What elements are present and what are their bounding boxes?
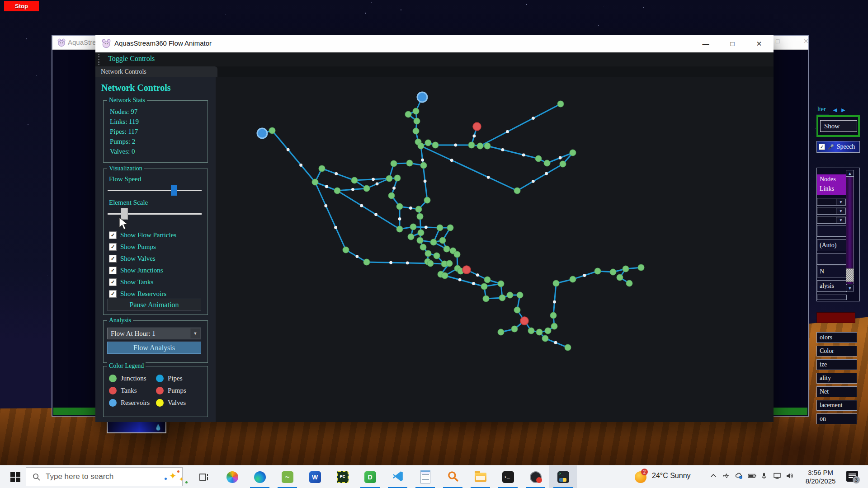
junction-node[interactable] (405, 111, 411, 117)
bg-mid-button-1[interactable]: (Auto) (817, 239, 847, 251)
checkbox-row-show-flow-particles[interactable]: ✓Show Flow Particles (109, 231, 176, 239)
junction-node[interactable] (406, 160, 413, 166)
slider-track[interactable] (108, 190, 202, 191)
pause-animation-button[interactable]: Pause Animation (107, 299, 201, 311)
checkbox-checked-icon[interactable]: ✓ (109, 255, 117, 263)
pipe[interactable] (517, 164, 563, 191)
junction-node[interactable] (425, 140, 431, 146)
bg-speech-row[interactable]: ✓🎤Speech (816, 141, 860, 153)
junction-node[interactable] (498, 281, 504, 287)
bg-right-button-on[interactable]: on (816, 413, 857, 424)
junction-node[interactable] (442, 272, 448, 279)
file-explorer-taskbar-button[interactable] (467, 465, 494, 488)
notification-center-button[interactable]: 3 (846, 471, 858, 482)
microphone-icon[interactable] (760, 472, 768, 481)
flow-analysis-button[interactable]: Flow Analysis (107, 342, 201, 354)
junction-node[interactable] (420, 162, 427, 169)
scroll-up-icon[interactable]: ▲ (846, 170, 854, 177)
dingtalk-taskbar-button[interactable]: D (356, 465, 384, 488)
junction-node[interactable] (557, 101, 564, 107)
junction-node[interactable] (617, 274, 623, 281)
junction-node[interactable] (312, 179, 318, 185)
copilot-taskbar-button[interactable] (218, 465, 246, 488)
junction-node[interactable] (446, 260, 453, 267)
bg-right-button-lacement[interactable]: lacement (816, 400, 857, 411)
junction-node[interactable] (424, 197, 430, 203)
junction-node[interactable] (481, 283, 487, 290)
pipe[interactable] (480, 104, 561, 146)
junction-node[interactable] (396, 203, 403, 210)
junction-node[interactable] (437, 225, 443, 231)
usb-icon[interactable] (722, 472, 730, 481)
junction-node[interactable] (417, 237, 423, 244)
junction-node[interactable] (454, 251, 460, 258)
junction-node[interactable] (560, 161, 566, 167)
start-button[interactable] (5, 465, 25, 488)
junction-node[interactable] (414, 118, 420, 124)
weather-icon[interactable]: 2 (635, 469, 648, 483)
chevron-right-icon[interactable]: ▶ (841, 107, 845, 113)
chevron-down-icon[interactable]: ▼ (836, 217, 846, 224)
junction-node[interactable] (425, 250, 431, 257)
junction-node[interactable] (439, 237, 446, 244)
junction-node[interactable] (570, 150, 576, 156)
checkbox-row-show-junctions[interactable]: ✓Show Junctions (109, 267, 163, 274)
junction-node[interactable] (432, 142, 439, 148)
junction-node[interactable] (386, 175, 392, 182)
pipe[interactable] (367, 262, 430, 263)
junction-node[interactable] (499, 295, 505, 301)
battery-icon[interactable] (748, 472, 757, 481)
junction-node[interactable] (550, 312, 557, 319)
junction-node[interactable] (408, 234, 414, 240)
terminal-taskbar-button[interactable]: ›_ (494, 465, 522, 488)
bg-right-button-ality[interactable]: ality (816, 373, 857, 384)
pipe[interactable] (322, 169, 354, 180)
junction-node[interactable] (319, 165, 325, 172)
bg-close-icon[interactable]: ✕ (803, 38, 809, 45)
network-canvas[interactable] (216, 77, 774, 422)
onedrive-icon[interactable]: i (735, 472, 743, 481)
tab-network-controls[interactable]: Network Controls (95, 66, 217, 77)
menu-toggle-controls[interactable]: Toggle Controls (108, 55, 155, 63)
junction-node[interactable] (394, 175, 401, 181)
edge-taskbar-button[interactable] (246, 465, 274, 488)
junction-node[interactable] (542, 335, 548, 342)
obs-taskbar-button[interactable] (522, 465, 549, 488)
junction-node[interactable] (343, 247, 349, 253)
checkbox-row-show-pumps[interactable]: ✓Show Pumps (109, 243, 156, 251)
clock[interactable]: 3:56 PM 8/20/2025 (801, 468, 840, 485)
close-button[interactable]: ✕ (749, 35, 769, 52)
junction-node[interactable] (418, 143, 424, 149)
pycharm-taskbar-button[interactable]: PC (329, 465, 356, 488)
junction-node[interactable] (565, 344, 571, 351)
bg-show-button[interactable]: Show (820, 120, 857, 132)
junction-node[interactable] (514, 307, 520, 313)
chevron-up-icon[interactable] (710, 472, 717, 481)
pipe[interactable] (445, 276, 484, 286)
junction-node[interactable] (570, 276, 576, 282)
junction-node[interactable] (544, 160, 550, 166)
menu-drag-handle-icon[interactable] (98, 54, 99, 65)
reservoir-node[interactable] (257, 128, 267, 138)
junction-node[interactable] (391, 160, 397, 167)
wps-taskbar-button[interactable]: ~ (274, 465, 301, 488)
chevron-down-icon[interactable]: ▼ (836, 199, 846, 206)
chevron-down-icon[interactable]: ▼ (836, 208, 846, 215)
bg-right-button-Color[interactable]: Color (816, 346, 857, 357)
bg-combo-0[interactable]: ▼ (817, 198, 847, 206)
junction-node[interactable] (528, 328, 534, 334)
junction-node[interactable] (483, 296, 489, 302)
weather-text[interactable]: 24°C Sunny (652, 472, 691, 480)
junction-node[interactable] (413, 108, 419, 114)
bg-combo-1[interactable]: ▼ (817, 207, 847, 215)
junction-node[interactable] (334, 188, 340, 194)
slider-thumb[interactable] (171, 185, 177, 196)
notepad-taskbar-button[interactable] (411, 465, 439, 488)
chevron-down-icon[interactable]: ▼ (190, 328, 200, 338)
bg-maximize-icon[interactable]: □ (776, 38, 779, 45)
junction-node[interactable] (420, 244, 426, 250)
python-console-taskbar-button[interactable]: >_ (549, 465, 577, 488)
bg-mid-button-5[interactable] (817, 295, 847, 300)
speaker-icon[interactable] (786, 472, 794, 481)
junction-node[interactable] (484, 277, 491, 283)
